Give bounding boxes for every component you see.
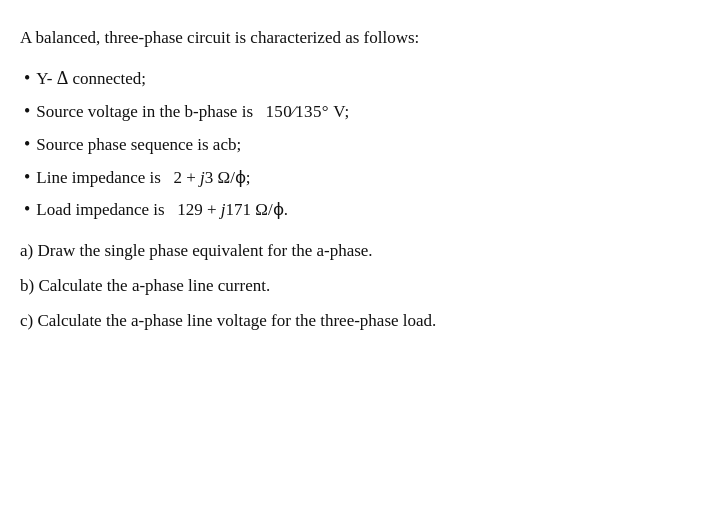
bullet-symbol-2: • (24, 102, 30, 120)
question-b: b) Calculate the a-phase line current. (20, 272, 684, 301)
intro-text: A balanced, three-phase circuit is chara… (20, 28, 419, 47)
question-c-text: Calculate the a-phase line voltage for t… (37, 311, 436, 330)
bullet-line-impedance: • Line impedance is 2 + j3 Ω/ϕ; (20, 164, 684, 193)
bullet-phase-sequence: • Source phase sequence is acb; (20, 131, 684, 160)
load-impedance-text: Load impedance is 129 + j171 Ω/ϕ. (36, 196, 292, 225)
phase-sequence-text: Source phase sequence is acb; (36, 131, 241, 160)
question-a: a) Draw the single phase equivalent for … (20, 237, 684, 266)
delta-icon: Δ (57, 68, 69, 88)
bullet-symbol: • (24, 69, 30, 87)
question-c: c) Calculate the a-phase line voltage fo… (20, 307, 684, 336)
bullet-source-voltage: • Source voltage in the b-phase is 150∕1… (20, 98, 684, 127)
bullet-symbol-3: • (24, 135, 30, 153)
intro-line: A balanced, three-phase circuit is chara… (20, 24, 684, 53)
question-b-label: b) (20, 276, 38, 295)
question-a-text: Draw the single phase equivalent for the… (37, 241, 372, 260)
main-content: A balanced, three-phase circuit is chara… (20, 24, 684, 342)
bullet-symbol-4: • (24, 168, 30, 186)
line-impedance-text: Line impedance is 2 + j3 Ω/ϕ; (36, 164, 254, 193)
bullet-y-delta: • Y- Δ connected; (20, 63, 684, 94)
bullet-symbol-5: • (24, 200, 30, 218)
bullet-load-impedance: • Load impedance is 129 + j171 Ω/ϕ. (20, 196, 684, 225)
line-impedance-value: 2 + j3 Ω/ϕ; (173, 168, 250, 187)
voltage-value: 150∕135° V; (266, 102, 350, 121)
question-b-text: Calculate the a-phase line current. (38, 276, 270, 295)
y-delta-text: Y- Δ connected; (36, 63, 146, 94)
question-c-label: c) (20, 311, 37, 330)
question-a-label: a) (20, 241, 37, 260)
load-impedance-value: 129 + j171 Ω/ϕ. (177, 200, 288, 219)
source-voltage-text: Source voltage in the b-phase is 150∕135… (36, 98, 353, 127)
